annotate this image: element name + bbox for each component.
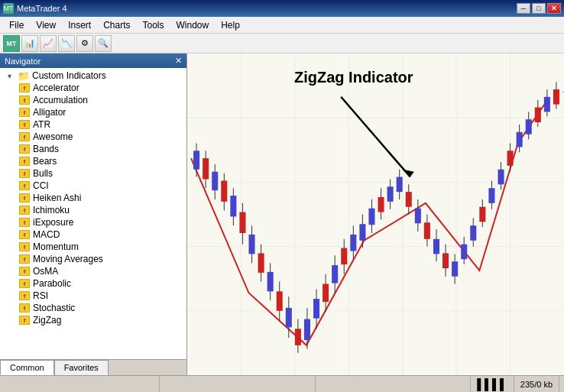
list-item-zigzag[interactable]: f ZigZag <box>15 314 186 326</box>
toolbar-btn-1[interactable]: 📊 <box>21 35 38 52</box>
list-item-bulls[interactable]: f Bulls <box>15 167 186 180</box>
toolbar-btn-5[interactable]: 🔍 <box>95 35 112 52</box>
list-item-parabolic[interactable]: f Parabolic <box>15 277 186 290</box>
svg-rect-36 <box>304 319 310 340</box>
chart-svg: + <box>187 53 564 375</box>
indicator-icon: f <box>18 217 31 228</box>
item-label: Heiken Ashi <box>33 193 81 203</box>
menu-charts[interactable]: Charts <box>97 18 136 32</box>
indicator-icon: f <box>18 119 31 130</box>
list-item-atr[interactable]: f ATR <box>15 118 186 131</box>
svg-rect-84 <box>526 119 532 134</box>
item-label: iExposure <box>33 217 73 228</box>
svg-rect-42 <box>332 265 338 283</box>
list-item-bands[interactable]: f Bands <box>15 143 186 155</box>
svg-rect-66 <box>442 253 449 268</box>
title-bar-left: MT MetaTrader 4 <box>3 3 67 14</box>
navigator-panel: Navigator ✕ ▾ 📁 Custom Indicators f Acce… <box>0 53 187 375</box>
list-item-iexposure[interactable]: f iExposure <box>15 216 186 228</box>
menu-help[interactable]: Help <box>215 18 246 32</box>
app-icon: MT <box>3 3 14 14</box>
status-seg-1 <box>5 376 160 392</box>
chart-canvas[interactable]: ZigZag Indicator <box>187 53 564 375</box>
svg-rect-56 <box>397 177 403 193</box>
indicator-icon: f <box>18 254 31 264</box>
list-item-rsi[interactable]: f RSI <box>15 290 186 302</box>
indicator-icon: f <box>18 278 31 289</box>
svg-rect-52 <box>378 197 384 212</box>
folder-icon: 📁 <box>18 70 30 81</box>
list-item-moving-averages[interactable]: f Moving Averages <box>15 253 186 265</box>
status-seg-bars: ▌▌▌▌ <box>471 376 514 392</box>
status-seg-2 <box>160 376 315 392</box>
list-item-bears[interactable]: f Bears <box>15 155 186 167</box>
item-label: OsMA <box>33 266 58 277</box>
toolbar-btn-2[interactable]: 📈 <box>40 35 57 52</box>
list-item-awesome[interactable]: f Awesome <box>15 131 186 143</box>
item-label: Bulls <box>33 168 53 179</box>
item-label: Stochastic <box>33 303 75 313</box>
item-label: Moving Averages <box>33 254 103 264</box>
window-controls[interactable]: ─ □ ✕ <box>517 3 561 14</box>
main-content: Navigator ✕ ▾ 📁 Custom Indicators f Acce… <box>0 53 564 375</box>
chart-window: ZigZag Indicator <box>187 53 564 375</box>
svg-rect-80 <box>507 151 514 166</box>
list-item-cci[interactable]: f CCI <box>15 180 186 192</box>
toolbar-btn-3[interactable]: 📉 <box>58 35 75 52</box>
svg-rect-64 <box>433 239 439 254</box>
list-item-accumulation[interactable]: f Accumulation <box>15 94 186 106</box>
svg-rect-14 <box>203 158 209 179</box>
svg-rect-60 <box>415 209 421 224</box>
tab-common[interactable]: Common <box>0 360 54 375</box>
navigator-tabs: Common Favorites <box>0 359 186 375</box>
svg-rect-32 <box>286 308 292 327</box>
indicator-icon: f <box>18 315 31 326</box>
status-bar: ▌▌▌▌ 235/0 kb <box>0 375 564 392</box>
indicator-icon: f <box>18 156 31 167</box>
toolbar-btn-4[interactable]: ⚙ <box>76 35 93 52</box>
navigator-close-btn[interactable]: ✕ <box>175 56 182 66</box>
menu-window[interactable]: Window <box>170 18 216 32</box>
item-label: Parabolic <box>33 278 71 289</box>
svg-rect-44 <box>341 248 347 265</box>
menu-file[interactable]: File <box>3 18 30 32</box>
svg-rect-74 <box>479 207 485 222</box>
navigator-title-bar: Navigator ✕ <box>0 53 186 68</box>
svg-rect-20 <box>230 196 236 216</box>
mdi-area: ZigZag Indicator <box>187 53 564 375</box>
title-bar: MT MetaTrader 4 ─ □ ✕ <box>0 0 564 17</box>
window-title: MetaTrader 4 <box>17 4 67 13</box>
list-item-alligator[interactable]: f Alligator <box>15 106 186 118</box>
item-label: Awesome <box>33 131 73 142</box>
menu-tools[interactable]: Tools <box>137 18 170 32</box>
svg-rect-86 <box>535 107 541 122</box>
svg-rect-30 <box>277 291 283 310</box>
item-label: MACD <box>33 229 60 240</box>
status-segments: ▌▌▌▌ 235/0 kb <box>5 376 559 392</box>
list-item-heiken-ashi[interactable]: f Heiken Ashi <box>15 192 186 204</box>
svg-rect-12 <box>193 151 199 169</box>
item-label: RSI <box>33 290 48 301</box>
item-label: Accelerator <box>33 83 79 93</box>
list-item-accelerator[interactable]: f Accelerator <box>15 82 186 94</box>
list-item-ichimoku[interactable]: f Ichimoku <box>15 204 186 216</box>
tab-favorites[interactable]: Favorites <box>54 360 109 375</box>
menu-insert[interactable]: Insert <box>62 18 97 32</box>
tree-root-custom-indicators[interactable]: ▾ 📁 Custom Indicators <box>0 70 186 82</box>
svg-rect-68 <box>452 261 458 277</box>
item-label: ATR <box>33 119 50 130</box>
item-label: Accumulation <box>33 95 88 105</box>
menu-view[interactable]: View <box>30 18 62 32</box>
minimize-button[interactable]: ─ <box>517 3 530 14</box>
svg-rect-38 <box>313 299 319 318</box>
tree-view[interactable]: ▾ 📁 Custom Indicators f Accelerator f Ac… <box>0 68 186 359</box>
list-item-stochastic[interactable]: f Stochastic <box>15 302 186 314</box>
item-label: ZigZag <box>33 315 61 326</box>
svg-rect-88 <box>544 97 550 112</box>
indicator-icon: f <box>18 229 31 240</box>
list-item-osma[interactable]: f OsMA <box>15 265 186 277</box>
list-item-macd[interactable]: f MACD <box>15 228 186 241</box>
list-item-momentum[interactable]: f Momentum <box>15 241 186 253</box>
close-button[interactable]: ✕ <box>547 3 561 14</box>
maximize-button[interactable]: □ <box>532 3 546 14</box>
